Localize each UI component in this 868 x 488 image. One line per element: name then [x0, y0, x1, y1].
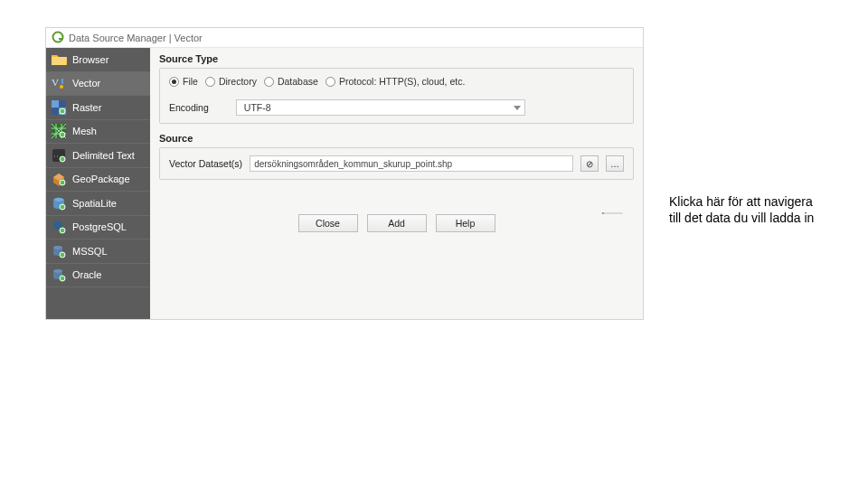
browse-button[interactable]: …	[606, 155, 624, 172]
dataset-label: Vector Dataset(s)	[169, 158, 242, 169]
sidebar-item-label: SpatiaLite	[72, 198, 117, 209]
sidebar-item-oracle[interactable]: Oracle	[46, 264, 150, 288]
data-source-manager-dialog: Data Source Manager | Vector Browser V V…	[45, 27, 644, 320]
sidebar-item-delimited[interactable]: , , Delimited Text	[46, 144, 150, 168]
clear-button[interactable]: ⊘	[580, 155, 599, 172]
sidebar-item-geopackage[interactable]: GeoPackage	[46, 168, 150, 192]
source-group: Vector Dataset(s) dersökningsområden_kom…	[159, 147, 634, 180]
radio-dot-icon	[205, 77, 215, 87]
svg-point-19	[60, 252, 65, 258]
annotation-line1: Klicka här för att navigera	[669, 194, 854, 211]
svg-point-20	[53, 269, 62, 273]
sidebar-item-browser[interactable]: Browser	[46, 48, 150, 72]
radio-label: Database	[278, 76, 318, 87]
help-button[interactable]: Help	[436, 214, 495, 232]
source-type-group: File Directory Database Protocol: HTTP(S…	[159, 68, 634, 124]
radio-label: Protocol: HTTP(S), cloud, etc.	[339, 76, 465, 87]
mesh-icon	[51, 123, 67, 139]
sidebar-item-spatialite[interactable]: SpatiaLite	[46, 192, 150, 216]
ellipsis-icon: …	[610, 159, 619, 169]
sidebar-item-label: Mesh	[72, 126, 97, 136]
spatialite-icon	[51, 195, 67, 211]
titlebar: Data Source Manager | Vector	[46, 28, 643, 48]
radio-directory[interactable]: Directory	[205, 76, 257, 87]
delimited-icon: , ,	[51, 147, 67, 164]
svg-point-18	[53, 246, 62, 249]
svg-rect-4	[61, 79, 63, 84]
svg-point-0	[53, 32, 63, 42]
radio-protocol[interactable]: Protocol: HTTP(S), cloud, etc.	[326, 76, 465, 87]
postgresql-icon	[51, 219, 67, 235]
raster-icon	[51, 99, 67, 116]
encoding-combo[interactable]: UTF-8	[236, 99, 525, 116]
sidebar-item-vector[interactable]: V Vector	[46, 72, 150, 97]
sidebar-item-label: Browser	[72, 54, 108, 65]
svg-rect-6	[52, 100, 59, 108]
sidebar-item-mssql[interactable]: MSSQL	[46, 239, 150, 264]
encoding-value: UTF-8	[244, 102, 271, 113]
radio-dot-icon	[264, 77, 274, 87]
svg-point-10	[60, 132, 65, 137]
svg-text:, ,: , ,	[54, 152, 58, 157]
mssql-icon	[51, 243, 67, 259]
clear-icon: ⊘	[586, 159, 593, 169]
svg-point-17	[60, 228, 65, 233]
svg-text:V: V	[52, 77, 59, 88]
radio-label: Directory	[219, 76, 257, 87]
radio-label: File	[183, 76, 198, 87]
svg-rect-1	[59, 38, 62, 40]
dataset-value: dersökningsområden_kommun_skurup_point.s…	[254, 159, 452, 169]
dataset-input[interactable]: dersökningsområden_kommun_skurup_point.s…	[250, 155, 573, 172]
radio-dot-icon	[326, 77, 335, 87]
radio-database[interactable]: Database	[264, 76, 318, 87]
sidebar: Browser V Vector Raster Mesh	[46, 48, 150, 319]
geopackage-icon	[51, 171, 67, 187]
close-button[interactable]: Close	[298, 214, 358, 232]
svg-point-8	[60, 108, 65, 114]
svg-point-15	[60, 204, 65, 210]
sidebar-item-label: Raster	[72, 102, 101, 113]
add-button[interactable]: Add	[367, 214, 427, 232]
sidebar-item-label: MSSQL	[72, 246, 108, 257]
chevron-down-icon	[514, 106, 521, 110]
sidebar-item-label: GeoPackage	[72, 174, 130, 184]
oracle-icon	[51, 267, 67, 283]
source-type-title: Source Type	[159, 53, 634, 64]
radio-file[interactable]: File	[169, 76, 198, 87]
encoding-label: Encoding	[169, 102, 209, 113]
window-title: Data Source Manager | Vector	[69, 33, 203, 43]
source-title: Source	[159, 133, 634, 144]
sidebar-item-postgresql[interactable]: PostgreSQL	[46, 216, 150, 240]
radio-dot-icon	[169, 77, 179, 87]
vector-icon: V	[51, 75, 67, 91]
sidebar-item-label: Vector	[72, 78, 100, 89]
svg-point-14	[60, 180, 65, 185]
svg-point-3	[60, 85, 63, 89]
svg-point-13	[60, 156, 65, 162]
sidebar-item-label: PostgreSQL	[72, 221, 127, 232]
folder-icon	[51, 52, 67, 68]
sidebar-item-label: Delimited Text	[72, 150, 135, 161]
main-panel: Source Type File Directory Database	[150, 48, 643, 319]
qgis-icon	[52, 31, 64, 45]
sidebar-item-raster[interactable]: Raster	[46, 96, 150, 120]
svg-point-21	[60, 276, 65, 281]
annotation-line2: till det data du vill ladda in	[669, 211, 854, 227]
sidebar-item-label: Oracle	[72, 269, 101, 280]
sidebar-item-mesh[interactable]: Mesh	[46, 120, 150, 145]
annotation-text: Klicka här för att navigera till det dat…	[669, 194, 854, 226]
